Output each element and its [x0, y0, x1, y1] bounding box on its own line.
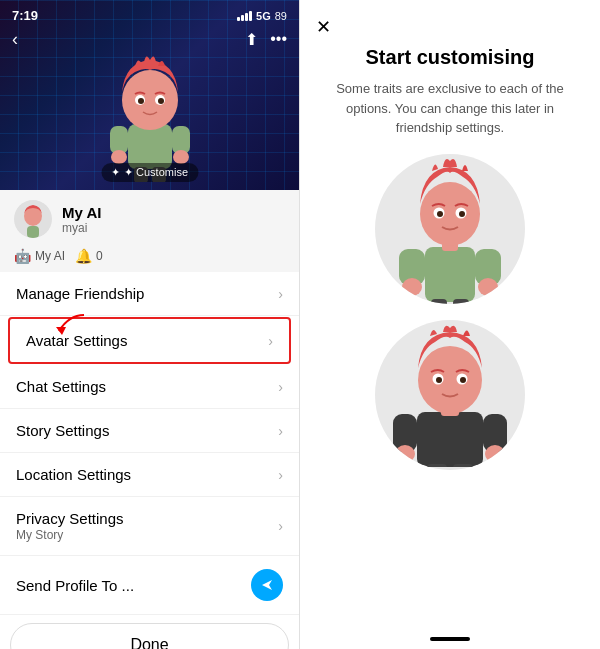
- svg-point-22: [437, 211, 443, 217]
- stat-count: 🔔 0: [75, 248, 103, 264]
- network-type: 5G: [256, 10, 271, 22]
- svg-point-32: [418, 346, 482, 414]
- svg-rect-30: [417, 412, 483, 467]
- right-panel: ✕ Start customising Some traits are excl…: [300, 0, 600, 649]
- menu-item-location-settings[interactable]: Location Settings ›: [0, 453, 299, 497]
- profile-mini-avatar: [14, 200, 52, 238]
- menu-item-send-profile[interactable]: Send Profile To ...: [0, 556, 299, 615]
- svg-point-36: [460, 377, 466, 383]
- send-profile-button[interactable]: [251, 569, 283, 601]
- svg-point-10: [173, 150, 189, 164]
- menu-item-left: Privacy Settings My Story: [16, 510, 124, 542]
- svg-point-6: [158, 98, 164, 104]
- menu-item-chat-settings[interactable]: Chat Settings ›: [0, 365, 299, 409]
- menu-item-label: Location Settings: [16, 466, 131, 483]
- header-controls: ‹ ⬆ •••: [0, 27, 299, 52]
- back-button[interactable]: ‹: [12, 29, 18, 50]
- status-bar: 7:19 5G 89: [0, 0, 299, 27]
- chevron-icon: ›: [278, 467, 283, 483]
- svg-rect-41: [427, 464, 447, 467]
- avatar-circles: [316, 154, 584, 628]
- svg-point-2: [122, 70, 178, 130]
- svg-rect-17: [425, 247, 475, 302]
- menu-item-label: Send Profile To ...: [16, 577, 134, 594]
- svg-rect-8: [172, 126, 190, 154]
- profile-info: My AI myai: [62, 204, 285, 235]
- signal-bar-2: [241, 15, 244, 21]
- upload-icon[interactable]: ⬆: [245, 30, 258, 49]
- menu-item-left: Send Profile To ...: [16, 577, 134, 594]
- signal-bar-4: [249, 11, 252, 21]
- menu-item-label: Story Settings: [16, 422, 109, 439]
- right-home-indicator: [430, 637, 470, 641]
- menu-item-left: Manage Friendship: [16, 285, 144, 302]
- svg-point-5: [138, 98, 144, 104]
- customise-label: ✦ Customise: [124, 166, 188, 179]
- menu-item-label: Chat Settings: [16, 378, 106, 395]
- svg-point-26: [402, 278, 422, 296]
- svg-point-35: [436, 377, 442, 383]
- svg-point-23: [459, 211, 465, 217]
- status-icons: 5G 89: [237, 10, 287, 22]
- menu-list: Manage Friendship › Avatar Settings › Ch…: [0, 272, 299, 649]
- signal-bar-3: [245, 13, 248, 21]
- avatar-option-1[interactable]: [375, 154, 525, 304]
- profile-section: My AI myai: [0, 190, 299, 244]
- chevron-icon: ›: [278, 518, 283, 534]
- profile-name: My AI: [62, 204, 285, 221]
- svg-rect-28: [431, 299, 447, 304]
- menu-item-left: Location Settings: [16, 466, 131, 483]
- menu-item-label: Manage Friendship: [16, 285, 144, 302]
- close-button[interactable]: ✕: [316, 0, 584, 46]
- chevron-icon: ›: [278, 286, 283, 302]
- battery-level: 89: [275, 10, 287, 22]
- customise-button[interactable]: ✦ ✦ Customise: [101, 163, 198, 182]
- phone-header: 7:19 5G 89 ‹ ⬆ •••: [0, 0, 299, 190]
- done-button[interactable]: Done: [10, 623, 289, 649]
- menu-item-story-settings[interactable]: Story Settings ›: [0, 409, 299, 453]
- header-avatar-container: ✦ ✦ Customise: [0, 52, 299, 182]
- menu-item-manage-friendship[interactable]: Manage Friendship ›: [0, 272, 299, 316]
- avatar-option-2-svg: [385, 322, 515, 467]
- mini-avatar-svg: [14, 200, 52, 238]
- svg-point-40: [485, 445, 505, 463]
- red-arrow-annotation: [54, 313, 104, 335]
- myai-label: My AI: [35, 249, 65, 263]
- customise-icon: ✦: [111, 166, 120, 179]
- profile-username: myai: [62, 221, 285, 235]
- avatar-option-1-svg: [385, 154, 515, 304]
- svg-rect-15: [27, 226, 39, 238]
- svg-rect-42: [453, 464, 473, 467]
- menu-item-label: Privacy Settings: [16, 510, 124, 527]
- customise-title: Start customising: [316, 46, 584, 69]
- send-icon: [260, 578, 274, 592]
- stat-myai: 🤖 My AI: [14, 248, 65, 264]
- avatar-option-2[interactable]: [375, 320, 525, 470]
- phone-panel: 7:19 5G 89 ‹ ⬆ •••: [0, 0, 300, 649]
- chevron-icon: ›: [278, 423, 283, 439]
- menu-item-avatar-settings[interactable]: Avatar Settings ›: [8, 317, 291, 364]
- count-icon: 🔔: [75, 248, 92, 264]
- status-time: 7:19: [12, 8, 38, 23]
- svg-rect-7: [110, 126, 128, 154]
- menu-item-privacy-settings[interactable]: Privacy Settings My Story ›: [0, 497, 299, 556]
- stat-count-value: 0: [96, 249, 103, 263]
- chevron-icon: ›: [268, 333, 273, 349]
- customise-description: Some traits are exclusive to each of the…: [316, 79, 584, 138]
- svg-point-39: [395, 445, 415, 463]
- svg-point-9: [111, 150, 127, 164]
- header-actions: ⬆ •••: [245, 30, 287, 49]
- svg-point-27: [478, 278, 498, 296]
- signal-bars: [237, 11, 252, 21]
- profile-stats: 🤖 My AI 🔔 0: [0, 244, 299, 272]
- myai-icon: 🤖: [14, 248, 31, 264]
- chevron-icon: ›: [278, 379, 283, 395]
- svg-marker-16: [56, 327, 66, 335]
- signal-bar-1: [237, 17, 240, 21]
- menu-item-left: Story Settings: [16, 422, 109, 439]
- menu-item-sub: My Story: [16, 528, 124, 542]
- svg-point-19: [420, 182, 480, 246]
- more-options-icon[interactable]: •••: [270, 30, 287, 49]
- menu-item-left: Chat Settings: [16, 378, 106, 395]
- svg-rect-29: [453, 299, 469, 304]
